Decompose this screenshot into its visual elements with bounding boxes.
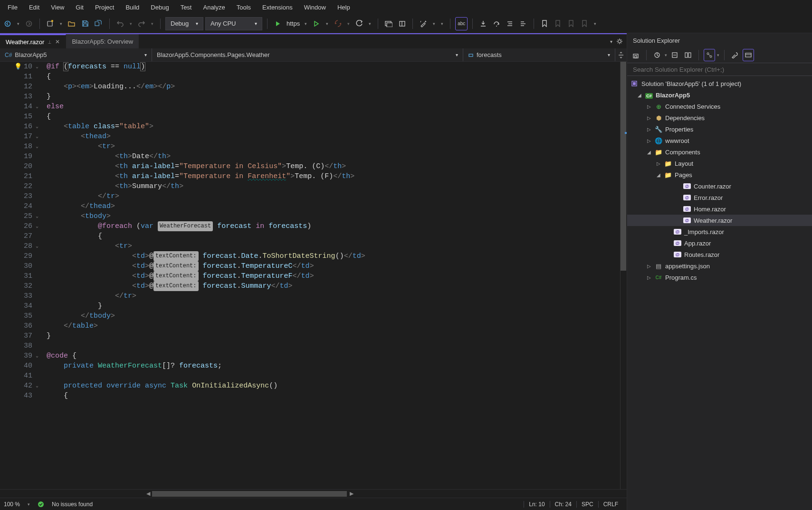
indent-indicator[interactable]: SPC xyxy=(576,501,598,508)
tree-file-routes[interactable]: @ Routes.razor xyxy=(627,249,812,260)
configuration-dropdown[interactable]: Debug ▾ xyxy=(165,17,203,30)
menu-edit[interactable]: Edit xyxy=(23,2,45,13)
tree-connected-services[interactable]: ▷ ⊕ Connected Services xyxy=(627,101,812,112)
refresh-button[interactable] xyxy=(353,17,365,30)
forward-button[interactable] xyxy=(23,17,35,30)
chevron-right-icon[interactable]: ▷ xyxy=(646,127,652,132)
solution-search-input[interactable] xyxy=(627,63,812,76)
properties-button[interactable] xyxy=(729,49,741,61)
overflow-drop-icon[interactable]: ▾ xyxy=(439,17,445,30)
show-all-button[interactable] xyxy=(682,49,694,61)
no-debug-drop-icon[interactable]: ▾ xyxy=(324,17,330,30)
menu-build[interactable]: Build xyxy=(120,2,145,13)
view-switch-button[interactable] xyxy=(704,49,715,61)
tab-weather-razor[interactable]: Weather.razor ⟂ ✕ xyxy=(0,34,66,48)
horizontal-scrollbar[interactable]: ◀ ▶ xyxy=(0,489,627,498)
tree-layout-folder[interactable]: ▷ 📁 Layout xyxy=(627,158,812,169)
code-content[interactable]: @if (forecasts == null){ <p><em>Loading.… xyxy=(43,62,627,489)
tree-file-app[interactable]: @ App.razor xyxy=(627,237,812,249)
tree-solution-node[interactable]: Solution 'BlazorApp5' (1 of 1 project) xyxy=(627,78,812,89)
line-indicator[interactable]: Ln: 10 xyxy=(524,501,549,508)
overview-scrollbar[interactable] xyxy=(620,62,627,489)
menu-git[interactable]: Git xyxy=(70,2,89,13)
chevron-right-icon[interactable]: ▷ xyxy=(646,104,652,109)
tree-file-appsettings[interactable]: ▷ ▤ appsettings.json xyxy=(627,260,812,272)
start-debug-button[interactable] xyxy=(272,17,284,30)
bookmark-prev-button[interactable] xyxy=(552,17,564,30)
menu-debug[interactable]: Debug xyxy=(145,2,174,13)
tree-file-counter-razor[interactable]: @Counter.razor xyxy=(627,180,812,192)
redo-button[interactable] xyxy=(136,17,147,30)
format-doc-button[interactable] xyxy=(504,17,516,30)
start-debug-label[interactable]: https xyxy=(286,20,301,27)
undo-drop-icon[interactable]: ▾ xyxy=(128,17,134,30)
scroll-thumb[interactable] xyxy=(152,491,347,497)
home-button[interactable] xyxy=(630,49,641,61)
start-debug-drop-icon[interactable]: ▾ xyxy=(303,17,309,30)
bookmark-next-button[interactable] xyxy=(565,17,577,30)
chevron-right-icon[interactable]: ▷ xyxy=(656,161,661,166)
collapse-all-button[interactable] xyxy=(669,49,680,61)
pin-icon[interactable]: ⟂ xyxy=(48,39,51,45)
chevron-right-icon[interactable]: ▷ xyxy=(646,275,652,280)
chevron-right-icon[interactable]: ▷ xyxy=(646,138,652,143)
tree-properties[interactable]: ▷ 🔧 Properties xyxy=(627,123,812,135)
toolbar-overflow-icon[interactable]: ▾ xyxy=(592,17,598,30)
browser-link-button[interactable] xyxy=(383,17,394,30)
lineend-indicator[interactable]: CRLF xyxy=(598,501,623,508)
menu-tools[interactable]: Tools xyxy=(231,2,257,13)
menu-project[interactable]: Project xyxy=(89,2,120,13)
chevron-right-icon[interactable]: ▷ xyxy=(646,115,652,121)
chevron-down-icon[interactable]: ◢ xyxy=(637,93,642,98)
step-over-button[interactable] xyxy=(491,17,502,30)
char-indicator[interactable]: Ch: 24 xyxy=(550,501,576,508)
step-into-button[interactable] xyxy=(478,17,489,30)
tree-pages-folder[interactable]: ◢ 📁 Pages xyxy=(627,169,812,180)
new-item-drop-icon[interactable]: ▾ xyxy=(58,17,64,30)
tab-overview[interactable]: BlazorApp5: Overview xyxy=(66,34,139,48)
ai-drop-icon[interactable]: ▾ xyxy=(431,17,437,30)
menu-analyze[interactable]: Analyze xyxy=(197,2,230,13)
back-button[interactable] xyxy=(2,17,13,30)
menu-window[interactable]: Window xyxy=(298,2,332,13)
new-item-button[interactable] xyxy=(45,17,56,30)
breadcrumb-project[interactable]: C# BlazorApp5 ▾ xyxy=(0,48,152,61)
bookmark-button[interactable] xyxy=(539,17,550,30)
tab-overflow-icon[interactable]: ▾ xyxy=(610,39,612,44)
refresh-drop-icon[interactable]: ▾ xyxy=(367,17,373,30)
back-drop-icon[interactable]: ▾ xyxy=(15,17,21,30)
tab-options-icon[interactable] xyxy=(616,38,623,45)
tree-project-node[interactable]: ◢ C# BlazorApp5 xyxy=(627,89,812,101)
menu-help[interactable]: Help xyxy=(332,2,356,13)
spellcheck-button[interactable]: abc xyxy=(455,17,468,30)
menu-file[interactable]: File xyxy=(2,2,23,13)
chevron-right-icon[interactable]: ▷ xyxy=(646,264,652,269)
preview-button[interactable] xyxy=(743,49,754,61)
zoom-level[interactable]: 100 % xyxy=(4,501,20,508)
menu-test[interactable]: Test xyxy=(175,2,198,13)
start-without-debug-button[interactable] xyxy=(311,17,322,30)
hot-reload-button[interactable] xyxy=(332,17,344,30)
breadcrumb-member[interactable]: forecasts ▾ xyxy=(463,48,615,61)
tree-file-program[interactable]: ▷ C# Program.cs xyxy=(627,272,812,283)
code-editor[interactable]: 💡10⌄11121314⌄1516⌄17⌄18⌄19202122232425⌄2… xyxy=(0,62,627,489)
menu-extensions[interactable]: Extensions xyxy=(257,2,298,13)
ai-assist-button[interactable] xyxy=(418,17,429,30)
open-button[interactable] xyxy=(66,17,77,30)
tree-file-error-razor[interactable]: @Error.razor xyxy=(627,192,812,203)
redo-drop-icon[interactable]: ▾ xyxy=(149,17,155,30)
save-all-button[interactable] xyxy=(93,17,105,30)
comment-button[interactable] xyxy=(517,17,529,30)
zoom-drop-icon[interactable]: ▾ xyxy=(28,502,30,507)
close-icon[interactable]: ✕ xyxy=(55,38,60,45)
tree-file-weather-razor[interactable]: @Weather.razor xyxy=(627,215,812,226)
find-in-files-button[interactable] xyxy=(396,17,408,30)
issues-status[interactable]: No issues found xyxy=(52,501,93,508)
tree-file-imports[interactable]: @ _Imports.razor xyxy=(627,226,812,237)
hot-reload-drop-icon[interactable]: ▾ xyxy=(345,17,352,30)
menu-view[interactable]: View xyxy=(45,2,70,13)
chevron-down-icon[interactable]: ◢ xyxy=(646,150,652,155)
tree-file-home-razor[interactable]: @Home.razor xyxy=(627,203,812,215)
tree-dependencies[interactable]: ▷ ⬢ Dependencies xyxy=(627,112,812,123)
scroll-thumb[interactable] xyxy=(621,62,626,271)
